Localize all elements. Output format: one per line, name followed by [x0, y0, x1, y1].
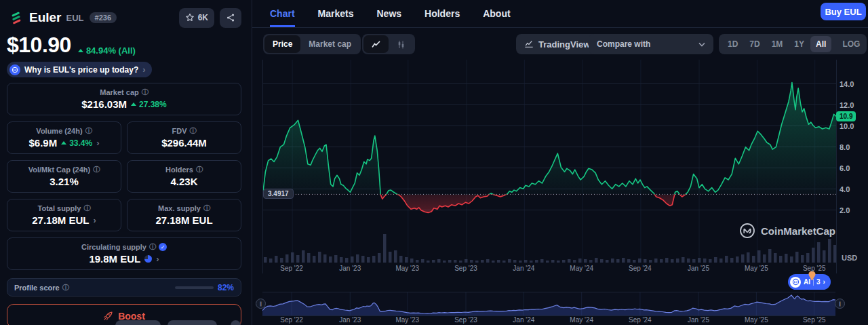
x-axis-label: May '23: [395, 265, 419, 272]
volume-bar: [692, 259, 696, 263]
volume-bar: [329, 256, 332, 263]
profile-score-row[interactable]: Profile scoreⓘ 82%: [7, 278, 241, 297]
volume-bar: [568, 259, 571, 263]
market-cap-card[interactable]: Market capⓘ $216.03M 27.38%: [7, 83, 241, 115]
volume-bar: [557, 261, 560, 263]
navigator-axis-label: Jan '23: [339, 316, 361, 324]
volume-bar: [660, 259, 663, 263]
price-change: 84.94% (All): [78, 45, 136, 56]
line-chart-toggle[interactable]: [363, 35, 389, 53]
x-axis-label: Jan '25: [688, 265, 709, 272]
navigator-right-handle[interactable]: ∥: [835, 299, 845, 309]
range-1d[interactable]: 1D: [722, 36, 743, 52]
chart-type-toggle: [362, 34, 415, 54]
price-row: $10.90 84.94% (All): [7, 33, 241, 58]
compare-with-label: Compare with: [597, 39, 650, 49]
volume-bar: [427, 261, 430, 263]
volume-bar: [747, 252, 750, 263]
volume-bar: [627, 259, 631, 263]
total-supply-card[interactable]: Total supplyⓘ 27.18M EUL›: [7, 199, 121, 231]
y-axis-label: 10.0: [840, 122, 854, 130]
tab-markets[interactable]: Markets: [318, 0, 354, 27]
x-axis-label: Sep '23: [454, 265, 477, 272]
chevron-right-icon: ›: [142, 65, 145, 74]
candle-chart-toggle[interactable]: [389, 35, 414, 53]
x-axis-label: Sep '22: [280, 265, 303, 272]
x-axis-label: May '24: [570, 265, 593, 272]
navigator-axis-label: Sep '25: [803, 316, 826, 324]
volume-bar: [714, 257, 717, 263]
coin-symbol: EUL: [66, 13, 84, 23]
volume-bar: [611, 259, 614, 263]
range-7d[interactable]: 7D: [744, 36, 765, 52]
why-pill-label: Why is EUL's price up today?: [24, 65, 138, 75]
navigator-axis-label: Jan '24: [513, 316, 534, 324]
volume-bar: [340, 257, 343, 263]
market-cap-change: 27.38%: [131, 100, 167, 109]
x-axis-label: May '25: [745, 265, 768, 272]
navigator-chart[interactable]: [262, 292, 835, 316]
partial-pill[interactable]: [167, 320, 217, 325]
volume-bar: [372, 256, 376, 263]
holders-card[interactable]: Holdersⓘ 4.23K: [127, 160, 241, 193]
volume-bar: [698, 258, 701, 263]
watermark: CoinMarketCap: [739, 223, 835, 239]
log-scale-button[interactable]: LOG: [837, 36, 865, 52]
volume-bar: [546, 261, 549, 263]
watchlist-button[interactable]: 6K: [179, 8, 214, 28]
usd-unit-label: USD: [842, 254, 857, 262]
volume-bar: [448, 260, 452, 263]
volume-bar: [763, 254, 766, 263]
volume-bar: [703, 259, 707, 263]
volume-bar: [806, 253, 810, 263]
compare-with-dropdown[interactable]: Compare with: [589, 34, 713, 54]
volume-bar: [600, 259, 604, 263]
volume-bar: [394, 250, 397, 263]
chevron-right-icon: ›: [96, 138, 99, 147]
volume-bar: [752, 256, 755, 263]
volume-bar: [828, 239, 831, 263]
buy-eul-button[interactable]: Buy EUL: [821, 3, 866, 20]
market-cap-toggle[interactable]: Market cap: [300, 35, 359, 53]
max-supply-card[interactable]: Max. supplyⓘ 27.18M EUL: [127, 199, 241, 231]
vol-mkt-cap-label: Vol/Mkt Cap (24h): [28, 166, 90, 174]
tab-chart[interactable]: Chart: [270, 0, 295, 27]
y-axis-label: 2.0: [840, 206, 850, 214]
range-1m[interactable]: 1M: [766, 36, 789, 52]
tab-news[interactable]: News: [376, 0, 401, 27]
stats-cards: Market capⓘ $216.03M 27.38% Volume (24h)…: [7, 83, 241, 270]
tab-holders[interactable]: Holders: [425, 0, 460, 27]
tab-about[interactable]: About: [483, 0, 510, 27]
navigator-left-handle[interactable]: ∥: [256, 299, 266, 309]
volume-bar: [584, 259, 587, 263]
why-price-up-pill[interactable]: Why is EUL's price up today? ›: [7, 62, 152, 77]
range-all[interactable]: All: [810, 36, 831, 52]
metric-toggle: Price Market cap: [263, 34, 361, 54]
volume-bar: [551, 260, 555, 263]
navigator-axis-label: Sep '23: [454, 316, 477, 324]
volume-bar: [823, 250, 826, 263]
volume-bar: [649, 260, 652, 263]
volume-bar: [833, 245, 837, 263]
section-tabs: Chart Markets News Holders About: [252, 0, 868, 28]
range-1y[interactable]: 1Y: [789, 36, 810, 52]
volume-bar: [730, 258, 734, 263]
fdv-card[interactable]: FDVⓘ $296.44M: [127, 121, 241, 154]
price-toggle[interactable]: Price: [264, 35, 300, 53]
volume-bar: [817, 242, 821, 263]
price-chart[interactable]: [262, 60, 837, 273]
volume-card[interactable]: Volume (24h)ⓘ $6.9M 33.4% ›: [7, 121, 121, 154]
tradingview-button[interactable]: TradingView: [516, 34, 598, 54]
partial-pill[interactable]: [115, 320, 161, 325]
volume-bar: [573, 260, 576, 263]
x-axis-label: Jan '23: [339, 265, 361, 272]
rocket-icon: [103, 311, 113, 321]
share-button[interactable]: [220, 8, 241, 28]
vol-mkt-cap-card[interactable]: Vol/Mkt Cap (24h)ⓘ 3.21%: [7, 160, 121, 193]
volume-bar: [638, 259, 642, 263]
sidebar: Euler EUL #236 6K $10.90 84.94% (Al: [0, 0, 252, 325]
coin-price: $10.90: [7, 33, 71, 58]
circulating-supply-card[interactable]: Circulating supplyⓘ✓ 19.8M EUL›: [7, 237, 241, 270]
y-axis-label: 12.0: [840, 101, 854, 109]
y-axis-label: 14.0: [840, 80, 854, 88]
